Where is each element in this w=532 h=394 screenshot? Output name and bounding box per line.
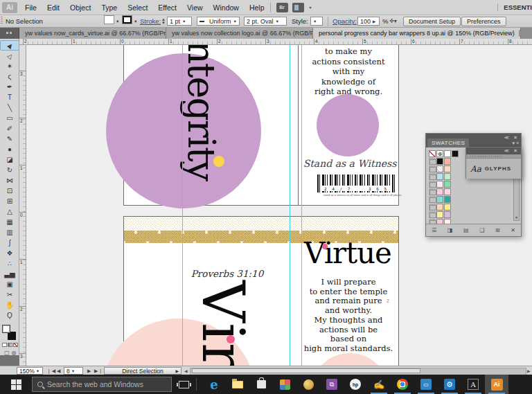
opacity-input[interactable]: 100▶ <box>357 17 380 26</box>
brush-select[interactable]: 2 pt. Oval▼ <box>244 17 287 26</box>
none-button[interactable] <box>13 343 18 347</box>
stroke-stepper[interactable]: ▲▼ <box>161 15 166 27</box>
slice-tool[interactable]: ✂ <box>0 289 19 300</box>
magic-wand-tool[interactable]: ✶ <box>0 61 19 71</box>
guide-vertical-2[interactable] <box>290 45 290 366</box>
width-profile-select[interactable]: Uniform▼ <box>197 17 240 26</box>
artboard-number-select[interactable]: 8▼ <box>64 367 83 375</box>
new-color-group-button[interactable]: ❏ <box>479 227 484 233</box>
store-icon[interactable] <box>249 375 273 394</box>
menu-item[interactable]: Help <box>249 3 265 12</box>
collapse-icon[interactable]: ≪ <box>504 148 511 153</box>
type-tool[interactable]: T <box>0 92 19 102</box>
gold-badge-app-icon[interactable] <box>296 375 320 394</box>
blend-tool[interactable]: ❖ <box>0 248 19 258</box>
zoom-level-select[interactable]: 150%▼ <box>17 367 43 375</box>
color-group-icon[interactable] <box>429 188 436 195</box>
color-group-icon[interactable] <box>429 204 436 211</box>
bridge-icon[interactable]: Br <box>276 3 288 12</box>
scroll-right-icon[interactable]: ▶ <box>527 367 531 375</box>
scroll-left-icon[interactable]: ◀ <box>184 367 188 375</box>
stroke-weight-select[interactable]: 1 pt▼ <box>167 17 192 26</box>
color-swatch[interactable] <box>436 196 443 203</box>
collapse-icon[interactable]: ≪ <box>504 135 511 140</box>
zoom-tool[interactable]: Ǫ <box>0 310 19 321</box>
shape-builder-tool[interactable]: ⊞ <box>0 196 19 206</box>
stroke-link[interactable]: Stroke: <box>140 15 161 27</box>
chrome-icon[interactable] <box>391 375 414 394</box>
first-artboard-button[interactable]: ❘◀ <box>47 367 56 375</box>
width-tool[interactable]: ⋈ <box>0 175 19 186</box>
rectangle-tool[interactable]: ▭ <box>0 113 19 123</box>
color-button[interactable] <box>2 343 7 347</box>
menu-item[interactable]: Object <box>70 3 91 12</box>
pink-dot[interactable] <box>227 335 235 343</box>
color-swatch[interactable] <box>436 173 443 180</box>
scrollbar-thumb[interactable] <box>192 368 420 373</box>
menu-item[interactable]: Type <box>101 3 117 12</box>
selection-tool[interactable]: ▶ <box>0 40 19 51</box>
chevron-down-icon[interactable]: ▾ <box>310 5 312 10</box>
direct-selection-tool[interactable]: ▷ <box>0 51 19 61</box>
virtue-statement-text[interactable]: I will prepareto enter the templeand rem… <box>298 278 399 354</box>
delete-swatch-button[interactable]: ✕ <box>511 227 515 233</box>
integrity-statement-text[interactable]: to make myactions consistentwith myknowl… <box>298 46 399 97</box>
swatch-white[interactable] <box>444 150 451 157</box>
color-swatch[interactable] <box>436 165 443 172</box>
rotate-tool[interactable]: ↻ <box>0 165 19 175</box>
panel-menu-icon[interactable]: ▾ ≡ <box>512 141 519 146</box>
fill-color-control[interactable] <box>104 15 114 24</box>
arrange-documents-icon[interactable] <box>292 3 304 12</box>
document-tab-1[interactable]: yw values now_cards_virtue.ai @ 66.67% (… <box>19 28 166 39</box>
color-swatch[interactable] <box>436 188 443 195</box>
menu-item[interactable]: View <box>187 3 203 12</box>
color-swatch[interactable] <box>444 158 451 165</box>
lavender-circle-small[interactable] <box>317 94 379 156</box>
barcode[interactable]: 2 4 / 7 3 6 5 <box>317 174 395 192</box>
horizontal-ruler[interactable]: 21012345678 <box>19 39 532 45</box>
glyphs-titlebar[interactable]: ≪ ✕ <box>466 147 521 154</box>
color-group-icon[interactable] <box>429 165 436 172</box>
color-group-icon[interactable] <box>429 211 436 218</box>
color-swatch[interactable] <box>436 204 443 211</box>
color-group-icon[interactable] <box>429 181 436 188</box>
swatch-options-button[interactable]: ▤ <box>463 227 469 233</box>
paintbrush-tool[interactable]: ✐ <box>0 123 19 134</box>
line-segment-tool[interactable]: ╲ <box>0 102 19 113</box>
guide-vertical-3[interactable] <box>301 45 302 366</box>
new-swatch-button[interactable]: ⊞ <box>495 227 500 233</box>
free-transform-tool[interactable]: ⊡ <box>0 186 19 196</box>
swatch-registration[interactable]: ⊕ <box>436 150 443 157</box>
hand-tool[interactable]: ✋ <box>0 300 19 310</box>
menu-item[interactable]: Select <box>127 3 148 12</box>
artboard-tool[interactable]: ▣ <box>0 279 19 289</box>
menu-item[interactable]: Effect <box>158 3 177 12</box>
opacity-link[interactable]: Opacity: <box>332 15 357 27</box>
virtue-title[interactable]: Virtue <box>296 238 399 269</box>
pen-tool[interactable]: ✒ <box>0 82 19 92</box>
proverbs-script[interactable]: Proverbs 31:10 <box>158 268 296 279</box>
color-group-icon[interactable] <box>429 196 436 203</box>
swatches-titlebar[interactable]: ≪ ✕ SWATCHES ▾ ≡ <box>426 134 521 147</box>
workspace-switcher[interactable]: ESSENTI <box>497 3 532 11</box>
lasso-tool[interactable]: ς <box>0 71 19 82</box>
gradient-tool[interactable]: ▥ <box>0 227 19 238</box>
menu-item[interactable]: File <box>25 3 37 12</box>
gradient-button[interactable] <box>8 343 12 347</box>
tools-panel-header[interactable] <box>0 28 19 39</box>
color-swatch[interactable] <box>444 196 451 203</box>
style-select[interactable]: ▼ <box>310 17 323 26</box>
color-swatch[interactable] <box>444 204 451 211</box>
swatch-none[interactable] <box>429 150 436 157</box>
stroke-color-control[interactable] <box>122 15 132 24</box>
swatch-libraries-button[interactable]: ☰ <box>432 227 436 233</box>
media-app-icon[interactable]: ▭ <box>414 375 438 394</box>
touch-app-icon[interactable]: ✍ <box>367 375 391 394</box>
settings-gear-icon[interactable]: ⚙ <box>438 375 461 394</box>
color-swatch[interactable] <box>436 211 443 218</box>
file-explorer-icon[interactable] <box>226 375 249 394</box>
chevron-down-icon[interactable]: ▼ <box>116 15 119 27</box>
color-swatch[interactable] <box>444 188 451 195</box>
task-view-icon[interactable] <box>179 381 189 388</box>
next-artboard-button[interactable]: ▶ <box>87 367 91 375</box>
